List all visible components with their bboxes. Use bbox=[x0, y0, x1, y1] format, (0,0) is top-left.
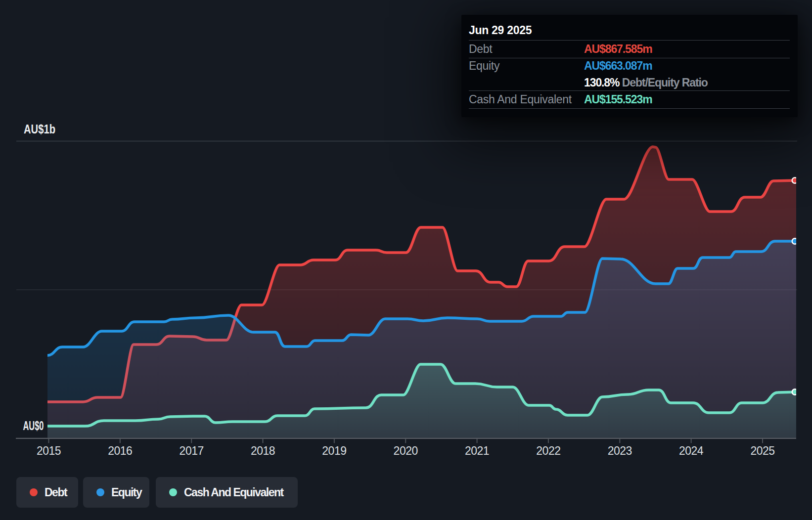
svg-text:2020: 2020 bbox=[394, 444, 418, 457]
svg-text:2019: 2019 bbox=[322, 444, 346, 457]
svg-text:2023: 2023 bbox=[608, 444, 632, 457]
svg-text:2024: 2024 bbox=[679, 444, 704, 457]
svg-text:2015: 2015 bbox=[37, 444, 61, 457]
svg-text:2021: 2021 bbox=[465, 444, 489, 457]
svg-text:2017: 2017 bbox=[180, 444, 204, 457]
svg-text:2025: 2025 bbox=[750, 444, 774, 457]
svg-text:AU$0: AU$0 bbox=[23, 419, 44, 433]
svg-text:AU$1b: AU$1b bbox=[24, 122, 55, 136]
svg-text:2022: 2022 bbox=[536, 444, 560, 457]
svg-text:2016: 2016 bbox=[108, 444, 132, 457]
svg-text:2018: 2018 bbox=[251, 444, 275, 457]
